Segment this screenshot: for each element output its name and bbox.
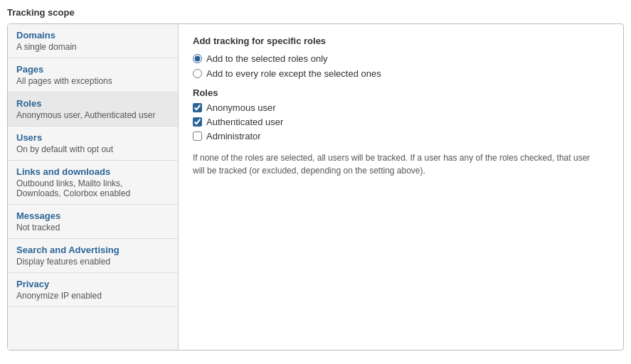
sidebar-item-title-domains: Domains [16, 30, 169, 41]
checkbox-anonymous-user[interactable] [193, 103, 202, 112]
sidebar-item-roles[interactable]: RolesAnonymous user, Authenticated user [8, 92, 178, 127]
sidebar-item-title-privacy: Privacy [16, 279, 169, 289]
sidebar-item-title-messages: Messages [16, 210, 169, 221]
checkbox-admin-row: Administrator [193, 131, 609, 141]
radio-add-selected-row: Add to the selected roles only [193, 53, 609, 64]
main-content: Add tracking for specific roles Add to t… [179, 24, 623, 350]
sidebar-item-messages[interactable]: MessagesNot tracked [8, 205, 178, 239]
sidebar-item-title-pages: Pages [16, 64, 169, 75]
page-title: Tracking scope [7, 7, 624, 18]
radio-add-except-row: Add to every role except the selected on… [193, 68, 609, 79]
checkbox-anon-row: Anonymous user [193, 102, 609, 113]
sidebar-item-domains[interactable]: DomainsA single domain [8, 24, 178, 58]
hint-text: If none of the roles are selected, all u… [193, 151, 591, 177]
sidebar-item-desc-pages: All pages with exceptions [16, 76, 169, 86]
sidebar-item-pages[interactable]: PagesAll pages with exceptions [8, 58, 178, 92]
roles-label: Roles [193, 87, 609, 98]
sidebar-item-desc-users: On by default with opt out [16, 144, 169, 154]
radio-add-except-label[interactable]: Add to every role except the selected on… [206, 68, 381, 79]
section-title: Add tracking for specific roles [193, 36, 609, 46]
sidebar-item-title-search-advertising: Search and Advertising [16, 245, 169, 255]
sidebar-item-desc-messages: Not tracked [16, 223, 169, 232]
sidebar-item-search-advertising[interactable]: Search and AdvertisingDisplay features e… [8, 239, 178, 273]
sidebar-item-links-downloads[interactable]: Links and downloadsOutbound links, Mailt… [8, 161, 178, 205]
radio-add-selected[interactable] [193, 54, 202, 63]
sidebar-item-desc-domains: A single domain [16, 42, 169, 52]
sidebar-item-title-users: Users [16, 132, 169, 143]
sidebar-item-title-links-downloads: Links and downloads [16, 166, 169, 177]
checkbox-administrator[interactable] [193, 132, 202, 141]
checkbox-anonymous-label[interactable]: Anonymous user [206, 102, 276, 113]
sidebar-item-title-roles: Roles [16, 98, 169, 109]
checkbox-authenticated-user[interactable] [193, 117, 202, 127]
checkbox-authenticated-label[interactable]: Authenticated user [206, 117, 283, 127]
sidebar-item-desc-search-advertising: Display features enabled [16, 257, 169, 267]
sidebar-item-users[interactable]: UsersOn by default with opt out [8, 127, 178, 161]
sidebar-item-desc-links-downloads: Outbound links, Mailto links, Downloads,… [16, 178, 169, 198]
sidebar-item-privacy[interactable]: PrivacyAnonymize IP enabled [8, 273, 178, 307]
checkbox-administrator-label[interactable]: Administrator [206, 131, 261, 141]
radio-add-except[interactable] [193, 69, 202, 78]
sidebar: DomainsA single domainPagesAll pages wit… [8, 24, 179, 350]
sidebar-item-desc-privacy: Anonymize IP enabled [16, 291, 169, 301]
checkbox-auth-row: Authenticated user [193, 117, 609, 127]
radio-add-selected-label[interactable]: Add to the selected roles only [206, 53, 328, 64]
sidebar-item-desc-roles: Anonymous user, Authenticated user [16, 110, 169, 120]
